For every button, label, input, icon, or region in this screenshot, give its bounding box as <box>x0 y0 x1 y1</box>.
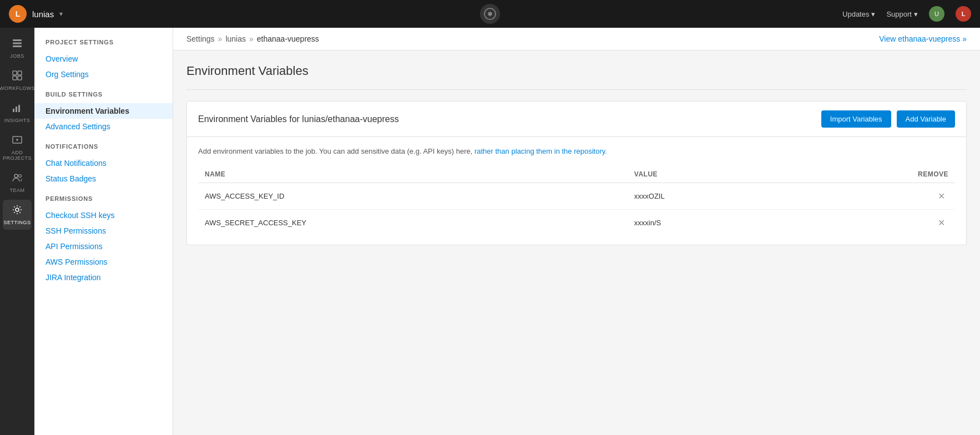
org-name: lunias <box>32 9 54 19</box>
updates-label: Updates <box>842 10 869 18</box>
sidebar-item-add-projects[interactable]: ADD PROJECTS <box>3 130 32 165</box>
org-avatar[interactable]: L <box>9 5 27 23</box>
sidebar-item-insights[interactable]: INSIGHTS <box>3 98 32 128</box>
svg-rect-6 <box>18 71 22 75</box>
view-project-link[interactable]: View ethanaa-vuepress » <box>879 34 967 43</box>
col-remove: Remove <box>791 166 955 183</box>
workflows-icon <box>12 70 23 84</box>
import-variables-button[interactable]: Import Variables <box>821 110 891 128</box>
content-area: PROJECT SETTINGS Overview Org Settings B… <box>34 28 980 435</box>
breadcrumb-bar: Settings » lunias » ethanaa-vuepress Vie… <box>173 28 980 50</box>
team-icon <box>12 172 23 186</box>
var-name: AWS_SECRET_ACCESS_KEY <box>198 209 628 236</box>
icon-sidebar: JOBS WORKFLOWS I <box>0 28 34 435</box>
notifications-section: NOTIFICATIONS <box>34 143 173 155</box>
circleci-logo[interactable] <box>480 4 500 24</box>
remove-button[interactable]: ✕ <box>934 190 948 203</box>
var-name: AWS_ACCESS_KEY_ID <box>198 183 628 209</box>
workflows-label: WORKFLOWS <box>0 85 35 91</box>
breadcrumb: Settings » lunias » ethanaa-vuepress <box>186 34 319 43</box>
card-header: Environment Variables for lunias/ethanaa… <box>187 102 966 137</box>
svg-rect-12 <box>21 103 22 112</box>
col-value: Value <box>628 166 791 183</box>
user-avatar[interactable]: L <box>956 6 971 22</box>
add-variable-button[interactable]: Add Variable <box>897 110 955 128</box>
jobs-icon <box>12 38 23 52</box>
insights-label: INSIGHTS <box>4 118 31 123</box>
card-body: Add environment variables to the job. Yo… <box>187 137 966 245</box>
aws-permissions-link[interactable]: AWS Permissions <box>34 254 173 270</box>
insights-icon <box>12 102 23 116</box>
support-button[interactable]: Support ▾ <box>886 10 918 18</box>
team-label: TEAM <box>9 188 24 193</box>
svg-point-16 <box>14 174 18 178</box>
page-title: Environment Variables <box>186 64 967 78</box>
org-chevron-icon[interactable]: ▾ <box>59 10 63 18</box>
top-nav: L lunias ▾ Updates ▾ Support ▾ U L <box>0 0 980 28</box>
remove-cell: ✕ <box>791 209 955 236</box>
env-variables-card: Environment Variables for lunias/ethanaa… <box>186 101 967 245</box>
org-settings-link[interactable]: Org Settings <box>34 67 173 82</box>
table-row: AWS_ACCESS_KEY_ID xxxxOZIL ✕ <box>198 183 955 209</box>
page-content-area: Environment Variables Environment Variab… <box>173 50 980 259</box>
sidebar-item-settings[interactable]: SETTINGS <box>3 200 32 230</box>
svg-rect-10 <box>16 107 17 112</box>
advanced-settings-link[interactable]: Advanced Settings <box>34 119 173 134</box>
col-name: Name <box>198 166 628 183</box>
remove-cell: ✕ <box>791 183 955 209</box>
support-chevron-icon: ▾ <box>914 10 918 18</box>
svg-rect-3 <box>13 43 22 44</box>
add-projects-label: ADD PROJECTS <box>3 150 32 161</box>
chat-notifications-link[interactable]: Chat Notifications <box>34 155 173 171</box>
status-badges-link[interactable]: Status Badges <box>34 171 173 186</box>
sidebar-item-team[interactable]: TEAM <box>3 168 32 198</box>
svg-rect-5 <box>13 71 17 75</box>
table-row: AWS_SECRET_ACCESS_KEY xxxxin/S ✕ <box>198 209 955 236</box>
top-nav-right: Updates ▾ Support ▾ U L <box>842 6 971 22</box>
user-avatar-sm[interactable]: U <box>929 6 944 22</box>
info-link[interactable]: rather than placing them in the reposito… <box>474 147 607 155</box>
var-value: xxxxin/S <box>628 209 791 236</box>
jobs-label: JOBS <box>10 53 24 59</box>
ssh-permissions-link[interactable]: SSH Permissions <box>34 223 173 239</box>
breadcrumb-sep1: » <box>218 34 223 43</box>
svg-rect-7 <box>13 76 17 80</box>
sidebar-item-jobs[interactable]: JOBS <box>3 33 32 63</box>
build-settings-section: BUILD SETTINGS <box>34 91 173 103</box>
overview-link[interactable]: Overview <box>34 51 173 67</box>
svg-point-1 <box>488 12 492 16</box>
settings-icon <box>12 204 23 218</box>
breadcrumb-sep2: » <box>249 34 254 43</box>
env-variables-table: Name Value Remove AWS_ACCESS_KEY_ID xxxx… <box>198 166 955 236</box>
api-permissions-link[interactable]: API Permissions <box>34 239 173 254</box>
svg-point-17 <box>19 175 22 178</box>
permissions-section: PERMISSIONS <box>34 195 173 208</box>
card-actions: Import Variables Add Variable <box>821 110 955 128</box>
main-layout: JOBS WORKFLOWS I <box>0 28 980 435</box>
updates-button[interactable]: Updates ▾ <box>842 10 875 18</box>
info-text-before: Add environment variables to the job. Yo… <box>198 147 472 155</box>
svg-point-18 <box>16 208 19 211</box>
main-content: Settings » lunias » ethanaa-vuepress Vie… <box>173 28 980 435</box>
remove-button[interactable]: ✕ <box>934 216 948 229</box>
sidebar-item-workflows[interactable]: WORKFLOWS <box>3 65 32 95</box>
svg-rect-9 <box>13 109 14 112</box>
top-nav-center <box>480 4 500 24</box>
project-settings-section: PROJECT SETTINGS <box>34 39 173 51</box>
support-label: Support <box>886 10 912 18</box>
jira-integration-link[interactable]: JIRA Integration <box>34 270 173 285</box>
table-body: AWS_ACCESS_KEY_ID xxxxOZIL ✕ AWS_SECRET_… <box>198 183 955 236</box>
svg-rect-4 <box>13 45 22 47</box>
breadcrumb-settings: Settings <box>186 34 215 43</box>
svg-rect-8 <box>18 76 22 80</box>
breadcrumb-project: ethanaa-vuepress <box>257 34 319 43</box>
var-value: xxxxOZIL <box>628 183 791 209</box>
table-header: Name Value Remove <box>198 166 955 183</box>
page-divider <box>186 89 967 90</box>
svg-rect-2 <box>13 39 22 41</box>
checkout-ssh-link[interactable]: Checkout SSH keys <box>34 208 173 223</box>
env-variables-link[interactable]: Environment Variables <box>34 103 173 119</box>
settings-label: SETTINGS <box>4 220 31 225</box>
add-projects-icon <box>12 134 23 148</box>
card-title: Environment Variables for lunias/ethanaa… <box>198 114 399 124</box>
